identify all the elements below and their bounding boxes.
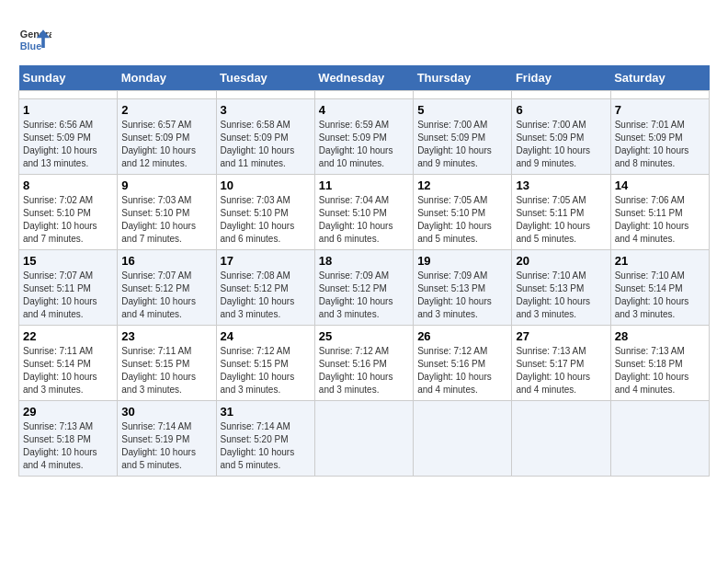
day-info: Sunrise: 7:14 AMSunset: 5:19 PMDaylight:… [121,420,211,472]
calendar-cell [512,401,610,477]
calendar-cell: 3Sunrise: 6:58 AMSunset: 5:09 PMDaylight… [216,99,314,175]
week-row-5: 29Sunrise: 7:13 AMSunset: 5:18 PMDayligh… [19,401,710,477]
day-info: Sunrise: 7:06 AMSunset: 5:11 PMDaylight:… [615,194,705,246]
calendar-cell: 11Sunrise: 7:04 AMSunset: 5:10 PMDayligh… [314,175,413,250]
day-info: Sunrise: 7:00 AMSunset: 5:09 PMDaylight:… [516,119,606,170]
day-number: 8 [23,178,113,192]
calendar-cell [19,91,118,99]
day-number: 29 [23,405,113,419]
day-info: Sunrise: 7:14 AMSunset: 5:20 PMDaylight:… [221,420,311,472]
calendar-cell [414,401,512,477]
calendar-cell: 17Sunrise: 7:08 AMSunset: 5:12 PMDayligh… [216,250,314,326]
day-number: 30 [121,405,211,419]
day-info: Sunrise: 7:07 AMSunset: 5:12 PMDaylight:… [121,270,211,321]
calendar-cell: 5Sunrise: 7:00 AMSunset: 5:09 PMDaylight… [414,99,512,175]
day-info: Sunrise: 7:02 AMSunset: 5:10 PMDaylight:… [23,194,113,246]
day-header-tuesday: Tuesday [216,65,314,91]
calendar-table: SundayMondayTuesdayWednesdayThursdayFrid… [18,65,710,477]
calendar-cell: 1Sunrise: 6:56 AMSunset: 5:09 PMDaylight… [19,99,118,175]
calendar-cell: 14Sunrise: 7:06 AMSunset: 5:11 PMDayligh… [610,175,709,250]
day-info: Sunrise: 7:03 AMSunset: 5:10 PMDaylight:… [221,194,311,246]
day-info: Sunrise: 7:07 AMSunset: 5:11 PMDaylight:… [23,270,113,321]
calendar-cell: 27Sunrise: 7:13 AMSunset: 5:17 PMDayligh… [512,326,610,401]
day-header-friday: Friday [512,65,610,91]
calendar-cell: 16Sunrise: 7:07 AMSunset: 5:12 PMDayligh… [118,250,216,326]
day-number: 23 [121,329,211,343]
day-number: 4 [319,103,409,117]
day-number: 3 [221,103,311,117]
calendar-cell: 19Sunrise: 7:09 AMSunset: 5:13 PMDayligh… [414,250,512,326]
day-number: 5 [417,103,507,117]
day-info: Sunrise: 6:56 AMSunset: 5:09 PMDaylight:… [23,119,113,170]
calendar-cell [610,401,709,477]
calendar-cell: 18Sunrise: 7:09 AMSunset: 5:12 PMDayligh… [314,250,413,326]
day-number: 28 [615,329,705,343]
day-number: 9 [121,178,211,192]
calendar-cell: 8Sunrise: 7:02 AMSunset: 5:10 PMDaylight… [19,175,118,250]
day-number: 26 [417,329,507,343]
day-header-wednesday: Wednesday [314,65,413,91]
calendar-cell: 21Sunrise: 7:10 AMSunset: 5:14 PMDayligh… [610,250,709,326]
week-row-4: 22Sunrise: 7:11 AMSunset: 5:14 PMDayligh… [19,326,710,401]
day-number: 1 [23,103,113,117]
day-number: 21 [615,254,705,268]
day-number: 2 [121,103,211,117]
day-number: 31 [221,405,311,419]
day-number: 7 [615,103,705,117]
day-info: Sunrise: 7:12 AMSunset: 5:16 PMDaylight:… [417,345,507,396]
calendar-cell: 4Sunrise: 6:59 AMSunset: 5:09 PMDaylight… [314,99,413,175]
calendar-cell: 20Sunrise: 7:10 AMSunset: 5:13 PMDayligh… [512,250,610,326]
day-number: 13 [516,178,606,192]
calendar-cell [512,91,610,99]
day-info: Sunrise: 7:04 AMSunset: 5:10 PMDaylight:… [319,194,409,246]
week-row-3: 15Sunrise: 7:07 AMSunset: 5:11 PMDayligh… [19,250,710,326]
calendar-cell: 9Sunrise: 7:03 AMSunset: 5:10 PMDaylight… [118,175,216,250]
day-info: Sunrise: 6:57 AMSunset: 5:09 PMDaylight:… [121,119,211,170]
day-info: Sunrise: 7:12 AMSunset: 5:15 PMDaylight:… [221,345,311,396]
calendar-cell: 2Sunrise: 6:57 AMSunset: 5:09 PMDaylight… [118,99,216,175]
calendar-cell [118,91,216,99]
day-info: Sunrise: 7:05 AMSunset: 5:10 PMDaylight:… [417,194,507,246]
day-info: Sunrise: 7:03 AMSunset: 5:10 PMDaylight:… [121,194,211,246]
calendar-cell [314,91,413,99]
day-info: Sunrise: 7:13 AMSunset: 5:18 PMDaylight:… [23,420,113,472]
day-number: 24 [221,329,311,343]
day-info: Sunrise: 6:58 AMSunset: 5:09 PMDaylight:… [221,119,311,170]
day-info: Sunrise: 7:09 AMSunset: 5:13 PMDaylight:… [417,270,507,321]
day-info: Sunrise: 7:13 AMSunset: 5:18 PMDaylight:… [615,345,705,396]
calendar-cell: 26Sunrise: 7:12 AMSunset: 5:16 PMDayligh… [414,326,512,401]
calendar-cell: 22Sunrise: 7:11 AMSunset: 5:14 PMDayligh… [19,326,118,401]
day-info: Sunrise: 7:12 AMSunset: 5:16 PMDaylight:… [319,345,409,396]
calendar-cell [414,91,512,99]
calendar-cell: 7Sunrise: 7:01 AMSunset: 5:09 PMDaylight… [610,99,709,175]
day-number: 6 [516,103,606,117]
logo-icon: General Blue [18,23,51,56]
calendar-cell: 24Sunrise: 7:12 AMSunset: 5:15 PMDayligh… [216,326,314,401]
day-number: 10 [221,178,311,192]
week-row-1: 1Sunrise: 6:56 AMSunset: 5:09 PMDaylight… [19,99,710,175]
calendar-cell: 28Sunrise: 7:13 AMSunset: 5:18 PMDayligh… [610,326,709,401]
days-header-row: SundayMondayTuesdayWednesdayThursdayFrid… [19,65,710,91]
calendar-cell [314,401,413,477]
day-info: Sunrise: 7:11 AMSunset: 5:15 PMDaylight:… [121,345,211,396]
calendar-cell [610,91,709,99]
day-number: 17 [221,254,311,268]
calendar-cell: 13Sunrise: 7:05 AMSunset: 5:11 PMDayligh… [512,175,610,250]
calendar-cell: 30Sunrise: 7:14 AMSunset: 5:19 PMDayligh… [118,401,216,477]
day-info: Sunrise: 7:08 AMSunset: 5:12 PMDaylight:… [221,270,311,321]
day-info: Sunrise: 7:10 AMSunset: 5:13 PMDaylight:… [516,270,606,321]
day-number: 22 [23,329,113,343]
day-number: 20 [516,254,606,268]
day-number: 12 [417,178,507,192]
calendar-cell: 10Sunrise: 7:03 AMSunset: 5:10 PMDayligh… [216,175,314,250]
day-number: 15 [23,254,113,268]
day-info: Sunrise: 7:09 AMSunset: 5:12 PMDaylight:… [319,270,409,321]
day-number: 11 [319,178,409,192]
calendar-cell: 15Sunrise: 7:07 AMSunset: 5:11 PMDayligh… [19,250,118,326]
week-row-2: 8Sunrise: 7:02 AMSunset: 5:10 PMDaylight… [19,175,710,250]
header: General Blue [18,18,710,56]
day-number: 25 [319,329,409,343]
calendar-cell: 12Sunrise: 7:05 AMSunset: 5:10 PMDayligh… [414,175,512,250]
week-row-0 [19,91,710,99]
day-info: Sunrise: 7:00 AMSunset: 5:09 PMDaylight:… [417,119,507,170]
